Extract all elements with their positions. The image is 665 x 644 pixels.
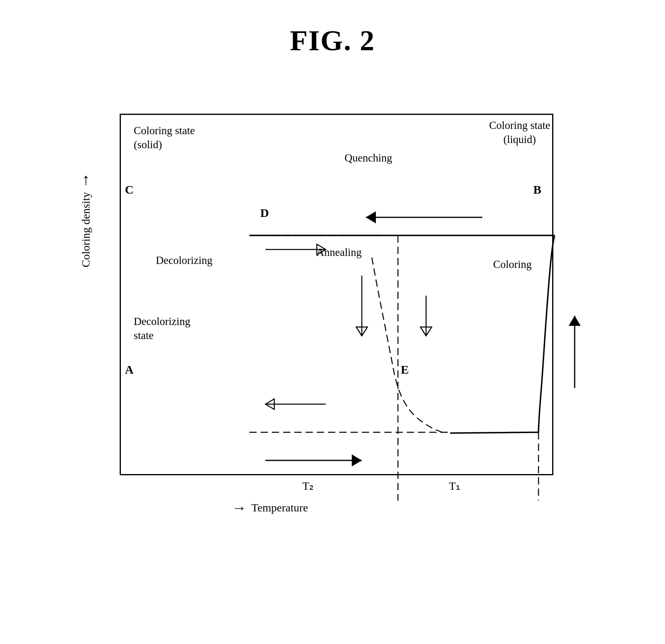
label-point-d: D (260, 206, 269, 220)
label-quenching: Quenching (345, 152, 392, 164)
label-point-a: A (125, 363, 134, 376)
svg-marker-18 (569, 316, 581, 326)
label-coloring: Coloring (493, 258, 532, 271)
y-axis-label: Coloring density (80, 192, 92, 267)
diagram-container: ↑ Coloring density (71, 90, 594, 572)
x-axis-row: → Temperature (232, 499, 308, 516)
chart-box (120, 114, 553, 475)
label-point-e: E (401, 363, 409, 376)
label-t1: T₁ (449, 479, 460, 493)
svg-marker-16 (352, 454, 362, 466)
label-annealing: Annealing (316, 246, 361, 259)
label-point-c: C (125, 183, 134, 196)
label-coloring-state-liquid: Coloring state (liquid) (489, 119, 550, 147)
svg-marker-6 (366, 211, 376, 223)
y-axis-col: ↑ Coloring density (80, 170, 92, 267)
label-decolorizing: Decolorizing (156, 254, 212, 267)
x-axis-arrow: → (232, 499, 247, 516)
page-title: FIG. 2 (290, 24, 375, 57)
label-point-b: B (533, 183, 541, 196)
label-decolorizing-state: Decolorizing state (134, 315, 190, 343)
y-axis-arrow: ↑ (82, 170, 90, 189)
x-axis-label: Temperature (251, 501, 308, 514)
label-coloring-state-solid: Coloring state (solid) (134, 124, 195, 152)
label-t2: T₂ (302, 479, 314, 493)
